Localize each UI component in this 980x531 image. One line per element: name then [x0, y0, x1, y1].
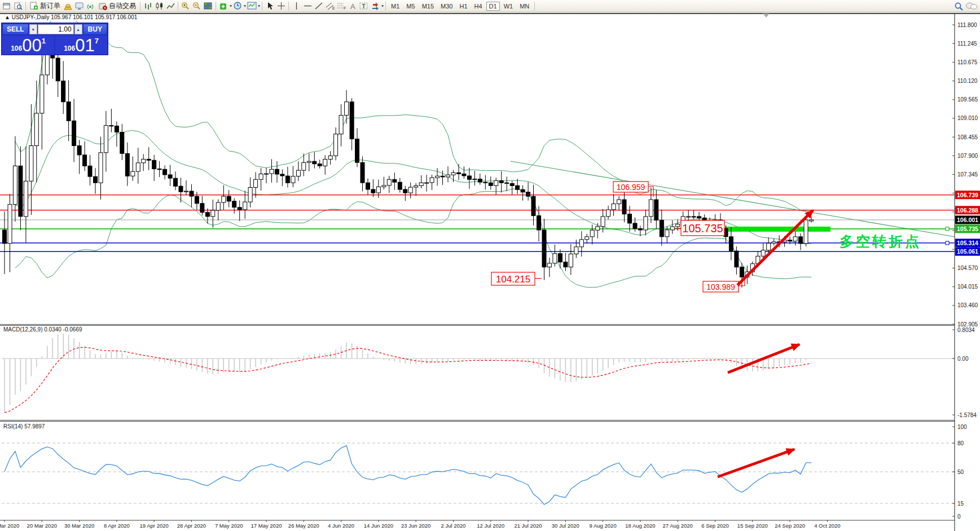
- timeframe-M5[interactable]: M5: [403, 2, 418, 11]
- toolbar-separator: [288, 2, 289, 11]
- bull-bear-turning-point-note: 多空转折点: [840, 232, 921, 251]
- text-tool[interactable]: A: [347, 1, 358, 11]
- arrows-tool[interactable]: [370, 1, 381, 11]
- equidistant-channel-tool[interactable]: E: [324, 1, 336, 11]
- timeframe-W1[interactable]: W1: [501, 2, 516, 11]
- zoom-in-button[interactable]: [180, 1, 191, 11]
- signal-icon[interactable]: [85, 1, 96, 11]
- cursor-tool[interactable]: [264, 1, 275, 11]
- new-order-label: 新订单: [40, 1, 60, 11]
- autotrade-label: 自动交易: [109, 1, 136, 11]
- gold-icon[interactable]: [63, 1, 74, 11]
- toolbar-separator: [262, 2, 262, 11]
- terminal-icon[interactable]: [74, 1, 85, 11]
- buy-price-figure: 106: [64, 45, 75, 52]
- toolbar-separator: [534, 2, 535, 11]
- timeframe-H1[interactable]: H1: [456, 2, 470, 11]
- timeframe-bar: M1M5M15M30H1H4D1W1MN: [388, 2, 533, 11]
- chart-window: [0, 13, 980, 531]
- buy-price-big: 01: [75, 37, 94, 54]
- arrows-caret[interactable]: ▾: [381, 3, 384, 8]
- buy-price-display[interactable]: 106017: [55, 36, 107, 55]
- search-icon[interactable]: [953, 1, 964, 11]
- sell-price-pip: 1: [42, 37, 46, 45]
- toolbar-separator: [385, 2, 386, 11]
- timeframe-M15[interactable]: M15: [419, 2, 437, 11]
- timeframe-MN[interactable]: MN: [517, 2, 532, 11]
- toolbar-separator: [178, 2, 178, 11]
- sell-button[interactable]: SELL: [2, 24, 29, 35]
- timeframe-D1[interactable]: D1: [486, 2, 500, 11]
- svg-text:E: E: [332, 6, 335, 10]
- volume-decrease-button[interactable]: ▼: [29, 24, 37, 34]
- new-order-icon: [30, 2, 38, 10]
- candlestick-chart-icon[interactable]: [153, 1, 165, 11]
- timeframe-M30[interactable]: M30: [438, 2, 455, 11]
- horizontal-line-tool[interactable]: [302, 1, 313, 11]
- autotrade-toggle[interactable]: 自动交易: [96, 1, 138, 11]
- toolbar-separator: [25, 2, 26, 11]
- add-indicator-button[interactable]: [218, 1, 229, 11]
- one-click-trading-panel: SELL ▼ ▲ BUY 106001 106017: [1, 23, 108, 55]
- line-chart-icon[interactable]: [165, 1, 176, 11]
- autotrade-icon: [99, 2, 107, 10]
- profile-search-icon[interactable]: [12, 1, 24, 11]
- tile-windows-icon[interactable]: [203, 1, 214, 11]
- fibonacci-tool[interactable]: F: [336, 1, 347, 11]
- text-label-tool[interactable]: T: [358, 1, 370, 11]
- volume-increase-button[interactable]: ▲: [74, 24, 82, 34]
- window-collapse-arrow[interactable]: [763, 14, 770, 17]
- svg-text:F: F: [344, 6, 346, 10]
- sell-price-big: 00: [22, 37, 41, 54]
- timeframe-H4[interactable]: H4: [472, 2, 485, 11]
- toolbar-separator: [216, 2, 216, 11]
- chart-window-icon[interactable]: [1, 1, 12, 11]
- trendline-tool[interactable]: [313, 1, 324, 11]
- buy-button[interactable]: BUY: [83, 24, 107, 35]
- crosshair-tool[interactable]: [275, 1, 287, 11]
- mt4-terminal: { "toolbar": { "new_order_label": "新订单",…: [0, 0, 980, 531]
- template-button[interactable]: [246, 1, 257, 11]
- svg-text:A: A: [350, 2, 355, 10]
- template-caret[interactable]: ▾: [258, 3, 260, 8]
- volume-input[interactable]: [38, 24, 74, 34]
- periods-clock-button[interactable]: [232, 1, 243, 11]
- macd-label: MACD(12,26,9) 0.0340 -0.0669: [3, 326, 82, 333]
- symbol-info-line: ▲ USDJPY-,Daily 105.967 106.101 105.917 …: [5, 14, 137, 20]
- new-order-button[interactable]: 新订单: [28, 1, 63, 11]
- vertical-line-tool[interactable]: [291, 1, 302, 11]
- timeframe-M1[interactable]: M1: [388, 2, 402, 11]
- rsi-label: RSI(14) 57.9897: [3, 423, 45, 430]
- main-toolbar: 新订单 自动交易 ▾ ▾ ▾ E F A T ▾ M1M5M15M30H1H4D…: [0, 0, 980, 12]
- sell-price-figure: 106: [11, 45, 22, 52]
- buy-price-pip: 7: [95, 37, 99, 45]
- bar-chart-icon[interactable]: [142, 1, 153, 11]
- symbol-ohlc-text: USDJPY-,Daily 105.967 106.101 105.917 10…: [12, 14, 138, 20]
- chat-icon[interactable]: [964, 1, 979, 11]
- svg-text:T: T: [362, 3, 366, 10]
- zoom-out-button[interactable]: [191, 1, 203, 11]
- sell-price-display[interactable]: 106001: [2, 36, 54, 55]
- toolbar-separator: [140, 2, 140, 11]
